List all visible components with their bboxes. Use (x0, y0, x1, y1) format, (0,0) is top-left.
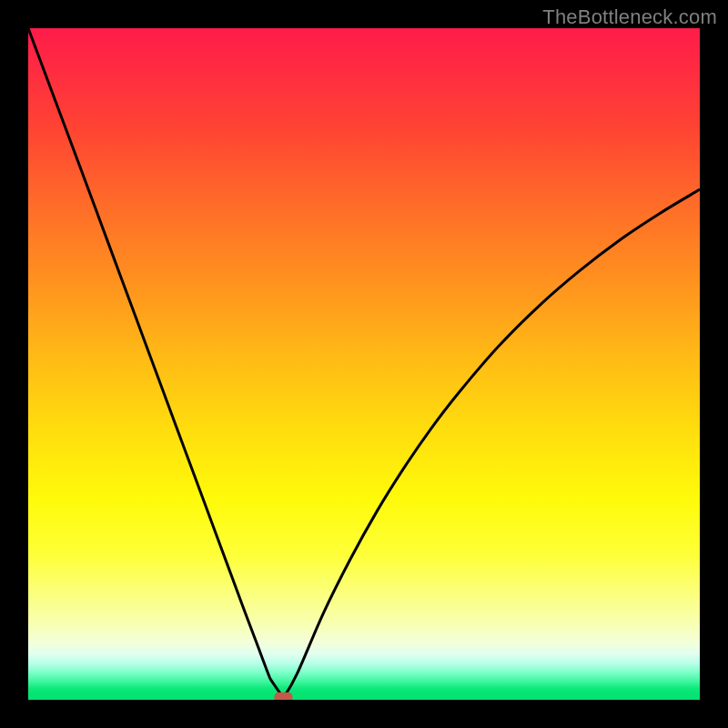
optimal-point-marker (274, 693, 292, 700)
curve-svg (28, 28, 700, 700)
watermark-text: TheBottleneck.com (542, 5, 717, 29)
chart-frame: TheBottleneck.com (0, 0, 728, 728)
bottleneck-curve (28, 28, 700, 698)
plot-area (28, 28, 700, 700)
